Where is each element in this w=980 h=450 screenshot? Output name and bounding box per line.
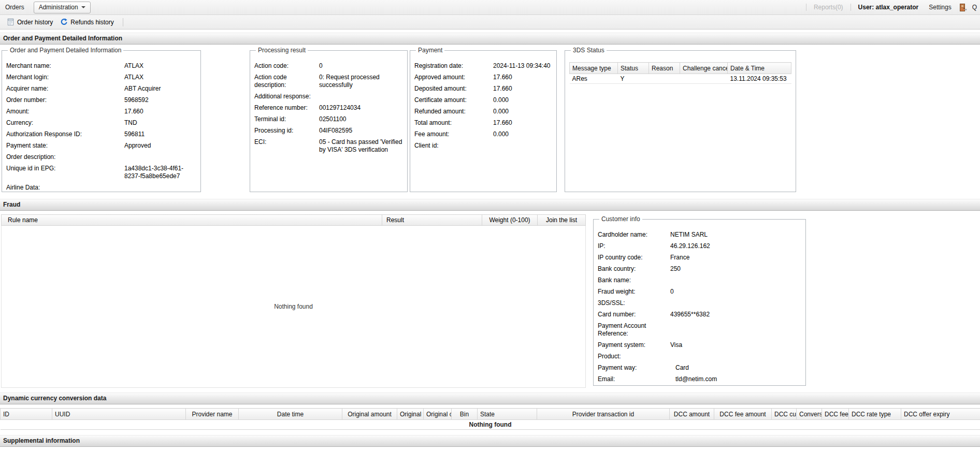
column-header-reason[interactable]: Reason [649, 63, 680, 74]
column-header-bin[interactable]: Bin [452, 409, 478, 420]
field-label: Reference number: [254, 104, 319, 112]
field-row: IP country code:France [598, 254, 801, 262]
field-row: Email:tld@netim.com [598, 375, 801, 383]
fraud-table-body: Nothing found [1, 226, 586, 388]
field-label: 3DS/SSL: [598, 299, 670, 307]
column-header-original-amount[interactable]: Original amount [342, 409, 397, 420]
field-value: 596811 [124, 130, 196, 138]
field-row: Unique id in EPG:1a438dc1-3c38-4f61-8237… [6, 165, 196, 180]
field-label: Amount: [6, 108, 124, 115]
field-value: 250 [670, 265, 801, 273]
order-history-button[interactable]: Order history [3, 17, 56, 27]
field-value: NETIM SARL [670, 231, 801, 239]
field-row: Payment state:Approved [6, 142, 196, 150]
field-row: Action code description:0: Request proce… [254, 74, 403, 89]
order-history-label: Order history [17, 19, 53, 26]
field-value: Visa [670, 341, 801, 349]
field-value [670, 299, 801, 307]
settings-link[interactable]: Settings [929, 4, 951, 11]
column-header-state[interactable]: State [478, 409, 537, 420]
field-row: Cardholder name:NETIM SARL [598, 231, 801, 239]
field-value: ATLAX [124, 74, 196, 81]
column-header-challenge-cancel[interactable]: Challenge cancel [680, 63, 728, 74]
column-header-original-currency[interactable]: Original c [424, 409, 452, 420]
field-label: Action code: [254, 62, 319, 70]
field-value: 0.000 [493, 130, 552, 138]
field-value [670, 277, 801, 284]
quit-link[interactable]: Q [972, 4, 977, 11]
column-header-provider-transaction-id[interactable]: Provider transaction id [537, 409, 670, 420]
section-header-main: Order and Payment Detailed Information [0, 33, 980, 45]
column-header-join-the-list[interactable]: Join the list [538, 215, 585, 225]
field-row: Bank name: [598, 277, 801, 284]
field-row: Client id: [414, 142, 552, 150]
column-header-id[interactable]: ID [1, 409, 52, 420]
field-row: Currency:TND [6, 119, 196, 127]
cell-reason [649, 74, 680, 84]
logout-door-icon[interactable] [958, 3, 967, 12]
fraud-empty-text: Nothing found [274, 303, 313, 310]
field-label: Deposited amount: [414, 85, 493, 93]
processing-result-fieldset: Processing result Action code:0 Action c… [250, 47, 408, 192]
field-value: TND [124, 119, 196, 127]
field-value: tld@netim.com [670, 375, 801, 383]
field-row: Payment system:Visa [598, 341, 801, 349]
fraud-table-header: Rule name Result Weight (0-100) Join the… [1, 214, 586, 226]
column-header-message-type[interactable]: Message type [570, 63, 618, 74]
field-value [493, 142, 552, 150]
field-value: 17.660 [493, 85, 552, 93]
refunds-history-icon [60, 18, 68, 26]
administration-label: Administration [39, 4, 78, 11]
column-header-date-time[interactable]: Date & Time [728, 63, 791, 74]
field-row: Total amount:17.660 [414, 119, 552, 127]
column-header-dcc-fee[interactable]: DCC fee [822, 409, 849, 420]
field-row: Reference number:001297124034 [254, 104, 403, 112]
refunds-history-label: Refunds history [70, 19, 113, 26]
column-header-uuid[interactable]: UUID [52, 409, 186, 420]
column-header-dcc-fee-amount[interactable]: DCC fee amount [714, 409, 772, 420]
column-header-conversion[interactable]: Conversi [797, 409, 822, 420]
field-row: Order number:5968592 [6, 96, 196, 104]
field-row: Fee amount:0.000 [414, 130, 552, 138]
field-row: Acquirer name:ABT Acquirer [6, 85, 196, 93]
field-label: Airline Data: [6, 184, 124, 192]
field-label: Card number: [598, 311, 670, 318]
field-label: IP country code: [598, 254, 670, 262]
column-header-dcc-offer-expiry[interactable]: DCC offer expiry [901, 409, 980, 420]
field-row: Refunded amount:0.000 [414, 108, 552, 115]
reports-menu-item[interactable]: Reports(0) [814, 4, 843, 11]
column-header-original-fee[interactable]: Original f [397, 409, 424, 420]
field-value: 02501100 [319, 115, 403, 123]
field-label: Currency: [6, 119, 124, 127]
toolbar-separator [123, 18, 123, 26]
table-header-row: ID UUID Provider name Date time Original… [1, 409, 980, 420]
column-header-provider-name[interactable]: Provider name [186, 409, 239, 420]
column-header-dcc-amount[interactable]: DCC amount [670, 409, 714, 420]
customer-info-legend: Customer info [599, 215, 642, 223]
table-row[interactable]: ARes Y 13.11.2024 09:35:53 [570, 74, 791, 84]
column-header-weight[interactable]: Weight (0-100) [482, 215, 538, 225]
dcc-table: ID UUID Provider name Date time Original… [0, 408, 980, 430]
history-toolbar: Order history Refunds history [0, 15, 980, 30]
field-value: 04IF082595 [319, 127, 403, 135]
column-header-status[interactable]: Status [618, 63, 649, 74]
field-label: Order description: [6, 153, 124, 161]
customer-info-fieldset: Customer info Cardholder name:NETIM SARL… [593, 215, 806, 386]
administration-menu-button[interactable]: Administration [34, 2, 91, 13]
field-value [670, 322, 801, 338]
field-row: 3DS/SSL: [598, 299, 801, 307]
topbar-separator [806, 4, 806, 11]
refunds-history-button[interactable]: Refunds history [56, 17, 117, 27]
column-header-dcc-currency[interactable]: DCC curr [772, 409, 797, 420]
payment-legend: Payment [416, 47, 444, 54]
column-header-dcc-rate-type[interactable]: DCC rate type [849, 409, 901, 420]
field-label: Action code description: [254, 74, 319, 89]
field-label: Payment Account Reference: [598, 322, 670, 338]
table-row: Nothing found [1, 420, 980, 430]
field-row: Order description: [6, 153, 196, 161]
column-header-date-time[interactable]: Date time [239, 409, 342, 420]
column-header-rule-name[interactable]: Rule name [2, 215, 382, 225]
column-header-result[interactable]: Result [382, 215, 482, 225]
tab-orders[interactable]: Orders [4, 4, 30, 11]
field-label: Processing id: [254, 127, 319, 135]
